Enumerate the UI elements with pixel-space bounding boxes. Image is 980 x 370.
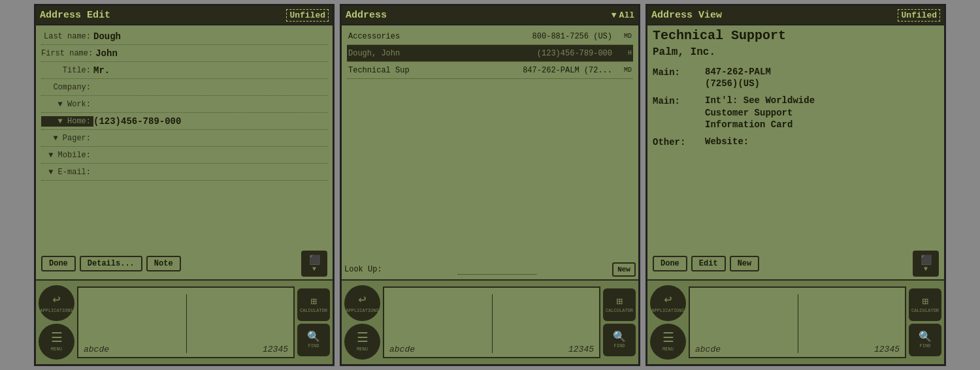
screen1-left-buttons: ↩ APPLICATIONS ☰ MENU xyxy=(39,285,74,360)
screen2-menu-button[interactable]: ☰ MENU xyxy=(344,324,380,360)
first-name-value[interactable]: John xyxy=(95,48,327,59)
screen2-find-button[interactable]: 🔍 FIND xyxy=(603,324,636,356)
list-phone-1: (123)456-789-000 xyxy=(440,49,612,58)
view-field-label-main2: Main: xyxy=(653,95,705,106)
home-label[interactable]: ▼ Home: xyxy=(41,116,93,127)
title-row: Title: Mr. xyxy=(41,62,327,79)
note-button[interactable]: Note xyxy=(146,256,181,271)
screen3-edit-button[interactable]: Edit xyxy=(691,256,726,271)
screen3-scroll-icon[interactable]: ⬛ ▼ xyxy=(913,251,939,277)
screen3-category[interactable]: Unfiled xyxy=(898,9,940,22)
screen2-graffiti-divider xyxy=(492,294,493,353)
calculator-button[interactable]: ⊞ CALCULATOR xyxy=(297,288,330,321)
last-name-row: Last name: Dough xyxy=(41,28,327,45)
screen3-applications-label: APPLICATIONS xyxy=(651,308,684,313)
work-label-text: ▼ Work: xyxy=(58,100,91,109)
last-name-label: Last name: xyxy=(41,32,93,41)
view-field-value-main2: Int'l: See WorldwideCustomer SupportInfo… xyxy=(705,95,939,131)
screen3-menu-icon: ☰ xyxy=(662,332,674,345)
screen2-graffiti-input[interactable]: abcde 12345 xyxy=(383,286,600,358)
first-name-label: First name: xyxy=(41,49,95,58)
screen3-bottom-buttons: Done Edit New ⬛ ▼ xyxy=(647,248,944,279)
screen2-category: All xyxy=(619,10,634,20)
screen2-left-buttons: ↩ APPLICATIONS ☰ MENU xyxy=(344,285,380,360)
menu-label: MENU xyxy=(51,347,62,352)
view-field-main2: Main: Int'l: See WorldwideCustomer Suppo… xyxy=(653,95,939,131)
screen3-applications-button[interactable]: ↩ APPLICATIONS xyxy=(650,285,686,321)
screen3-scroll-symbol: ⬛ xyxy=(921,254,932,266)
screen2-calculator-button[interactable]: ⊞ CALCULATOR xyxy=(603,288,636,321)
find-button[interactable]: 🔍 FIND xyxy=(297,324,330,356)
screen3-content: Technical Support Palm, Inc. Main: 847-2… xyxy=(647,25,944,248)
applications-button[interactable]: ↩ APPLICATIONS xyxy=(39,285,74,321)
home-row: ▼ Home: (123)456-789-000 xyxy=(41,113,327,130)
screen1-bottom-buttons: Done Details... Note ⬛ ▼ xyxy=(36,248,333,279)
home-value[interactable]: (123)456-789-000 xyxy=(93,116,327,127)
screen2-graffiti-abc: abcde xyxy=(389,345,415,354)
screen3-find-button[interactable]: 🔍 FIND xyxy=(909,324,941,356)
screen3-calculator-icon: ⊞ xyxy=(922,297,928,307)
screen2-applications-label: APPLICATIONS xyxy=(346,308,378,313)
menu-button[interactable]: ☰ MENU xyxy=(39,324,74,360)
last-name-value[interactable]: Dough xyxy=(93,31,327,42)
contact-company: Palm, Inc. xyxy=(653,46,939,58)
screen3-done-button[interactable]: Done xyxy=(653,256,687,271)
list-item-2[interactable]: Technical Sup 847-262-PALM (72... MD xyxy=(347,62,633,79)
first-name-row: First name: John xyxy=(41,45,327,62)
screen1-category[interactable]: Unfiled xyxy=(286,9,329,22)
mobile-label: ▼ Mobile: xyxy=(41,151,93,160)
screen2-category-dropdown[interactable]: ▼ All xyxy=(612,10,634,20)
screen3-calculator-button[interactable]: ⊞ CALCULATOR xyxy=(909,288,941,321)
screen3-graffiti: ↩ APPLICATIONS ☰ MENU abcde 12345 ⊞ CALC… xyxy=(647,279,944,364)
details-button[interactable]: Details... xyxy=(80,256,142,271)
screen3-find-icon: 🔍 xyxy=(919,332,932,343)
scroll-icon[interactable]: ⬛ ▼ xyxy=(301,251,327,277)
screen2-graffiti: ↩ APPLICATIONS ☰ MENU abcde 12345 ⊞ CALC… xyxy=(342,279,638,364)
done-button[interactable]: Done xyxy=(41,256,76,271)
screen3-new-button[interactable]: New xyxy=(730,256,760,271)
screen3-title: Address View xyxy=(651,10,722,21)
view-field-label-main1: Main: xyxy=(653,66,705,78)
screen3-scroll-arrow: ▼ xyxy=(924,266,928,273)
lookup-input[interactable] xyxy=(458,265,536,275)
screen2-calculator-label: CALCULATOR xyxy=(606,308,633,313)
pager-row: ▼ Pager: xyxy=(41,130,327,147)
lookup-row: Look Up: New xyxy=(342,260,638,279)
screen3-graffiti-input[interactable]: abcde 12345 xyxy=(689,286,906,358)
screen2-graffiti-numbers: 12345 xyxy=(568,345,594,354)
screen3-menu-button[interactable]: ☰ MENU xyxy=(650,324,686,360)
graffiti-abc: abcde xyxy=(84,345,109,354)
screen1-titlebar: Address Edit Unfiled xyxy=(36,6,333,25)
list-type-1: H xyxy=(612,50,632,57)
graffiti-numbers: 12345 xyxy=(263,345,288,354)
title-label: Title: xyxy=(41,66,93,75)
screen1-address-edit: Address Edit Unfiled Last name: Dough Fi… xyxy=(34,4,335,366)
screen1-title: Address Edit xyxy=(40,10,110,21)
screen2-new-button[interactable]: New xyxy=(612,262,636,277)
screen3-calculator-label: CALCULATOR xyxy=(911,308,939,313)
mobile-row: ▼ Mobile: xyxy=(41,147,327,164)
screen3-address-view: Address View Unfiled Technical Support P… xyxy=(645,4,946,366)
screen1-graffiti-input[interactable]: abcde 12345 xyxy=(77,286,295,358)
applications-label: APPLICATIONS xyxy=(40,308,73,313)
menu-icon: ☰ xyxy=(51,332,63,345)
screen2-title: Address xyxy=(346,10,387,21)
screen3-find-label: FIND xyxy=(920,343,931,348)
contact-name: Technical Support xyxy=(653,28,939,44)
screen3-graffiti-abc: abcde xyxy=(695,345,721,354)
screen1-right-buttons: ⊞ CALCULATOR 🔍 FIND xyxy=(297,288,330,356)
list-item-1[interactable]: Dough, John (123)456-789-000 H xyxy=(347,45,633,62)
view-field-other: Other: Website: xyxy=(653,136,939,147)
screen2-applications-button[interactable]: ↩ APPLICATIONS xyxy=(344,285,380,321)
screen2-address-list: Address ▼ All Accessories 800-881-7256 (… xyxy=(340,4,640,366)
screen3-right-buttons: ⊞ CALCULATOR 🔍 FIND xyxy=(909,288,941,356)
work-row: ▼ Work: xyxy=(41,96,327,113)
screen1-graffiti: ↩ APPLICATIONS ☰ MENU abcde 12345 ⊞ CALC… xyxy=(36,279,333,364)
title-value[interactable]: Mr. xyxy=(93,65,327,76)
list-item-0[interactable]: Accessories 800-881-7256 (US) MD xyxy=(347,28,633,45)
company-row: Company: xyxy=(41,79,327,96)
email-label: ▼ E-mail: xyxy=(41,168,93,177)
dropdown-arrow-icon: ▼ xyxy=(612,10,617,20)
email-row: ▼ E-mail: xyxy=(41,164,327,181)
screen2-applications-icon: ↩ xyxy=(358,294,366,307)
